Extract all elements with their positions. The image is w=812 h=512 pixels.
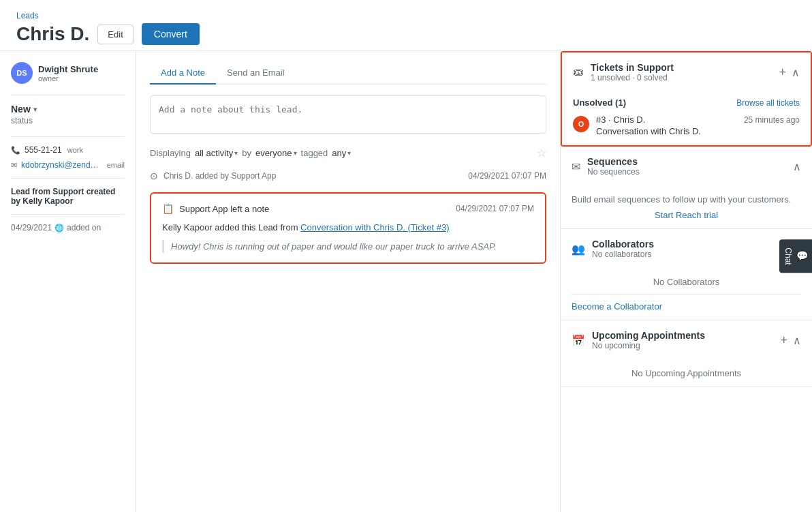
activity-time: 04/29/2021 07:07 PM: [468, 171, 546, 181]
appointments-widget: 📅 Upcoming Appointments No upcoming + ∧ …: [561, 320, 812, 387]
status-caret-icon: ▾: [33, 106, 37, 113]
sequences-title: Sequences: [587, 156, 786, 167]
star-icon[interactable]: ☆: [537, 147, 546, 160]
right-sidebar: 🎟 Tickets in Support 1 unsolved · 0 solv…: [560, 51, 812, 512]
collaborators-icon: 👥: [572, 243, 585, 256]
convert-button[interactable]: Convert: [142, 23, 200, 45]
chat-button[interactable]: 💬 Chat: [779, 239, 812, 273]
ticket-id-name[interactable]: #3 · Chris D.: [596, 115, 645, 125]
added-on: 04/29/2021 🌐 added on: [11, 223, 125, 232]
note-card-quote: Howdy! Chris is running out of paper and…: [162, 240, 534, 254]
activity-caret-icon: ▾: [234, 149, 238, 157]
tickets-title: Tickets in Support: [591, 62, 772, 73]
sequences-collapse-icon[interactable]: ∧: [793, 160, 801, 173]
appointments-header: 📅 Upcoming Appointments No upcoming + ∧: [561, 320, 812, 360]
collaborators-empty: No Collaborators: [572, 277, 801, 287]
sequences-subtitle: No sequences: [587, 167, 786, 177]
filter-prefix: Displaying: [150, 148, 191, 158]
browse-tickets-link[interactable]: Browse all tickets: [736, 98, 800, 108]
appointments-icon: 📅: [572, 334, 585, 347]
note-input[interactable]: [150, 95, 546, 134]
activity-title: Chris D. added by Support App: [163, 171, 276, 181]
tickets-header: 🎟 Tickets in Support 1 unsolved · 0 solv…: [562, 52, 811, 92]
note-icon: 📋: [162, 203, 174, 214]
avatar: DS: [11, 62, 33, 84]
appointments-subtitle: No upcoming: [592, 341, 773, 350]
note-card-link[interactable]: Conversation with Chris D. (Ticket #3): [300, 222, 449, 232]
collaborators-widget: 👥 Collaborators No collaborators + ∧ No …: [561, 229, 812, 320]
phone-icon: 📞: [11, 146, 20, 155]
left-sidebar: DS Dwight Shrute owner New ▾ status 📞 55…: [0, 51, 136, 512]
sequences-body: Build email sequences to follow up with …: [561, 186, 812, 228]
tickets-collapse-icon[interactable]: ∧: [792, 66, 800, 79]
page-title: Chris D.: [16, 23, 89, 45]
tickets-section-title: Unsolved (1): [573, 97, 626, 108]
owner-name: Dwight Shrute: [38, 64, 98, 74]
phone-row: 📞 555-21-21 work: [11, 145, 125, 155]
any-caret-icon: ▾: [347, 149, 351, 157]
collaborators-body: No Collaborators Become a Collaborator: [561, 269, 812, 320]
activity-item: ⊙ Chris D. added by Support App 04/29/20…: [150, 170, 546, 181]
sequences-header: ✉ Sequences No sequences ∧: [561, 147, 812, 186]
activity-filter[interactable]: all activity ▾: [195, 148, 238, 158]
email-value[interactable]: kdobrzynski@zendesk.co...: [21, 160, 102, 170]
tickets-widget: 🎟 Tickets in Support 1 unsolved · 0 solv…: [561, 51, 812, 147]
ticket-subject: Conversation with Chris D.: [596, 126, 800, 136]
phone-value: 555-21-21: [25, 145, 62, 155]
any-filter[interactable]: any ▾: [332, 148, 351, 158]
collaborators-title: Collaborators: [592, 239, 773, 250]
appointments-collapse-icon[interactable]: ∧: [793, 334, 801, 347]
appointments-title: Upcoming Appointments: [592, 330, 773, 341]
who-caret-icon: ▾: [294, 149, 297, 157]
filter-tagged: tagged: [301, 148, 328, 158]
appointments-body: No Upcoming Appointments: [561, 360, 812, 387]
tabs: Add a Note Send an Email: [150, 62, 546, 85]
tickets-add-icon[interactable]: +: [779, 65, 786, 80]
appointments-add-icon[interactable]: +: [780, 333, 787, 348]
tab-add-note[interactable]: Add a Note: [150, 62, 216, 85]
email-icon: ✉: [11, 161, 17, 170]
email-row: ✉ kdobrzynski@zendesk.co... email: [11, 160, 125, 170]
sequences-desc: Build email sequences to follow up with …: [572, 194, 801, 205]
edit-button[interactable]: Edit: [97, 25, 133, 44]
filter-by: by: [242, 148, 251, 158]
collaborators-header: 👥 Collaborators No collaborators + ∧: [561, 229, 812, 269]
status-row: New ▾ status: [11, 104, 125, 125]
tickets-icon: 🎟: [573, 66, 584, 78]
note-card-time: 04/29/2021 07:07 PM: [456, 204, 534, 213]
ticket-time: 25 minutes ago: [744, 115, 800, 125]
filter-row: Displaying all activity ▾ by everyone ▾ …: [150, 147, 546, 160]
tickets-section: Unsolved (1) Browse all tickets O #3 · C…: [562, 92, 811, 145]
center-content: Add a Note Send an Email Displaying all …: [136, 51, 560, 512]
who-filter[interactable]: everyone ▾: [255, 148, 296, 158]
breadcrumb[interactable]: Leads: [16, 11, 796, 20]
email-label: email: [107, 161, 125, 169]
activity-app-icon: ⊙: [150, 170, 158, 181]
appointments-empty: No Upcoming Appointments: [572, 368, 801, 378]
sequences-cta-link[interactable]: Start Reach trial: [572, 210, 801, 220]
status-label: status: [11, 116, 33, 125]
sequences-icon: ✉: [572, 160, 580, 173]
owner-role: owner: [38, 74, 98, 82]
ticket-badge: O: [573, 116, 589, 132]
lead-source: Lead from Support created by Kelly Kapoo…: [11, 187, 125, 206]
tab-send-email[interactable]: Send an Email: [216, 62, 296, 85]
status-value[interactable]: New ▾: [11, 104, 125, 115]
chat-bubble-icon: 💬: [797, 250, 808, 262]
note-card-title: Support App left a note: [179, 204, 269, 214]
sequences-widget: ✉ Sequences No sequences ∧ Build email s…: [561, 147, 812, 229]
phone-label: work: [67, 146, 83, 154]
become-collaborator-link[interactable]: Become a Collaborator: [572, 294, 801, 312]
owner-row: DS Dwight Shrute owner: [11, 62, 125, 84]
note-card: 📋 Support App left a note 04/29/2021 07:…: [150, 192, 546, 264]
collaborators-subtitle: No collaborators: [592, 250, 773, 259]
ticket-item: O #3 · Chris D. 25 minutes ago Conversat…: [573, 115, 800, 136]
globe-icon: 🌐: [54, 224, 64, 232]
tickets-subtitle: 1 unsolved · 0 solved: [591, 73, 772, 82]
note-card-body: Kelly Kapoor added this Lead from Conver…: [162, 221, 534, 235]
